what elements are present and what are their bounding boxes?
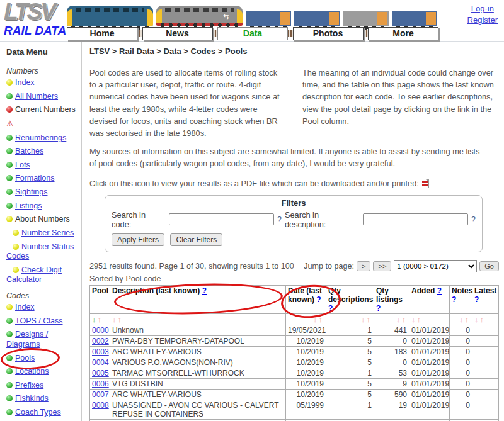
- code-help-link[interactable]: ?: [277, 215, 282, 224]
- sort-descending-icon[interactable]: ↓: [459, 315, 464, 324]
- register-link[interactable]: Register: [467, 14, 498, 26]
- search-code-input[interactable]: [169, 213, 274, 225]
- apply-filters-button[interactable]: Apply Filters: [112, 233, 164, 246]
- tab-photos[interactable]: Photos: [293, 27, 364, 40]
- sidebar-item-batches[interactable]: Batches: [6, 147, 79, 157]
- sidebar-item-label[interactable]: Renumberings: [15, 133, 66, 142]
- sidebar-item-label[interactable]: Batches: [15, 147, 43, 155]
- sort-ascending-icon[interactable]: ↑: [480, 315, 484, 324]
- sidebar-item-label[interactable]: Formations: [15, 174, 55, 182]
- sidebar-item-designs-diagrams[interactable]: Designs / Diagrams: [6, 330, 79, 349]
- pool-code-link[interactable]: 0003: [92, 347, 109, 356]
- sidebar-item-label[interactable]: Listings: [15, 201, 42, 210]
- sidebar-item-label[interactable]: Pools: [15, 354, 35, 362]
- sidebar-item-index[interactable]: Index: [6, 303, 79, 313]
- column-help-link[interactable]: ?: [328, 304, 333, 313]
- cell-latest: [472, 389, 499, 400]
- cell-notes: 0: [450, 400, 472, 419]
- sidebar-item-lots[interactable]: Lots: [6, 160, 79, 171]
- next-page-button[interactable]: >: [357, 261, 370, 271]
- sort-ascending-icon[interactable]: ↑: [417, 315, 421, 324]
- pool-code-link[interactable]: 0002: [92, 337, 109, 345]
- go-button[interactable]: Go: [479, 261, 499, 271]
- sort-descending-icon[interactable]: ↓: [396, 315, 401, 324]
- sort-descending-icon[interactable]: ↓: [92, 315, 96, 324]
- sidebar-item-label[interactable]: Locations: [15, 367, 49, 376]
- sidebar-item-label[interactable]: Sightings: [15, 188, 47, 196]
- sort-ascending-icon[interactable]: ↑: [118, 315, 122, 324]
- sidebar-item-label[interactable]: Designs / Diagrams: [6, 330, 48, 349]
- yellow-dot-icon: [6, 79, 13, 86]
- description-help-link[interactable]: ?: [471, 215, 476, 224]
- sidebar-item-label[interactable]: All Numbers: [15, 92, 58, 101]
- pool-code-link[interactable]: 0007: [92, 390, 109, 399]
- sidebar-item-coach-types[interactable]: Coach Types: [6, 408, 79, 418]
- sidebar-item-label[interactable]: Coach Types: [15, 408, 61, 417]
- sidebar-item-tops-class[interactable]: TOPS / Class: [6, 317, 79, 327]
- table-row-pool-0004: 0004VARIOUS P.O.WAGONS(NON-RIV)10/201950…: [90, 357, 499, 368]
- clear-filters-button[interactable]: Clear Filters: [170, 233, 222, 246]
- pools-table-head: PoolDescription (last known) ?Date (last…: [90, 285, 499, 325]
- sidebar-item-number-series[interactable]: Number Series: [6, 228, 79, 239]
- column-help-link[interactable]: ?: [452, 295, 456, 304]
- sort-ascending-icon[interactable]: ↑: [465, 315, 469, 324]
- sidebar-item-label[interactable]: Fishkinds: [15, 394, 49, 403]
- pool-code-link[interactable]: 0008: [92, 401, 109, 410]
- column-help-link[interactable]: ?: [202, 286, 207, 295]
- tab-more[interactable]: More: [368, 27, 438, 40]
- sidebar-item-label[interactable]: TOPS / Class: [15, 317, 62, 325]
- sidebar-item-check-digit-calculator[interactable]: Check Digit Calculator: [6, 266, 79, 285]
- sort-ascending-icon[interactable]: ↑: [367, 315, 371, 324]
- column-help-link[interactable]: ?: [376, 304, 381, 313]
- sort-ascending-icon[interactable]: ↑: [402, 315, 406, 324]
- pool-code-link[interactable]: 0000: [92, 326, 109, 335]
- sort-descending-icon[interactable]: ↓: [112, 315, 117, 324]
- tab-home[interactable]: Home: [67, 27, 137, 40]
- page-select[interactable]: 1 (0000 > 0172): [394, 260, 477, 272]
- sort-ascending-icon[interactable]: ↑: [319, 315, 323, 324]
- sidebar-item-current-numbers: Current Numbers: [6, 105, 79, 115]
- sidebar-item-prefixes[interactable]: Prefixes: [6, 381, 79, 391]
- sidebar-item-formations[interactable]: Formations: [6, 174, 79, 184]
- sidebar-item-label[interactable]: Index: [15, 303, 35, 312]
- sidebar-item-fishkinds[interactable]: Fishkinds: [6, 394, 79, 404]
- sidebar-item-all-numbers[interactable]: All Numbers: [6, 92, 79, 102]
- tab-data[interactable]: Data: [217, 27, 288, 40]
- sort-ascending-icon[interactable]: ↑: [98, 315, 102, 324]
- sidebar-item-label[interactable]: Prefixes: [15, 381, 43, 390]
- sidebar-item-locations[interactable]: Locations: [6, 367, 79, 377]
- column-help-link[interactable]: ?: [437, 286, 442, 295]
- cell-qty-descriptions: 5: [326, 346, 374, 357]
- sidebar-item-about-numbers: About Numbers: [6, 215, 79, 225]
- sidebar-item-label[interactable]: Index: [15, 78, 35, 87]
- sidebar-item-index[interactable]: Index: [6, 78, 79, 88]
- sidebar-item-pools[interactable]: Pools: [6, 354, 79, 364]
- search-description-input[interactable]: [363, 213, 468, 225]
- pool-code-link[interactable]: 0006: [92, 379, 109, 388]
- sidebar-item-label[interactable]: Lots: [15, 160, 30, 169]
- column-header-qty-listings: Qty listings ?: [374, 285, 410, 313]
- cell-qty-listings: 0: [374, 357, 410, 368]
- column-help-link[interactable]: ?: [316, 295, 321, 304]
- cell-qty-listings: 19: [374, 400, 410, 419]
- sidebar-item-sightings[interactable]: Sightings: [6, 188, 79, 198]
- pdf-icon[interactable]: [421, 179, 429, 188]
- last-page-button[interactable]: >>: [373, 261, 391, 271]
- sidebar-item-listings[interactable]: Listings: [6, 201, 79, 211]
- sidebar-item-number-status-codes[interactable]: Number Status Codes: [6, 242, 79, 262]
- column-header-notes: Notes ?: [450, 285, 472, 313]
- pool-code-link[interactable]: 0005: [92, 369, 109, 378]
- pool-code-link[interactable]: 0004: [92, 358, 109, 367]
- cell-description-last-known: TARMAC MTSORRELL-WTHURROCK: [110, 368, 286, 378]
- sort-descending-icon[interactable]: ↓: [313, 315, 318, 324]
- sort-descending-icon[interactable]: ↓: [361, 315, 365, 324]
- sort-descending-icon[interactable]: ↓: [474, 315, 479, 324]
- sidebar-item-renumberings[interactable]: Renumberings: [6, 133, 79, 143]
- sidebar-divider: [6, 60, 75, 60]
- tab-news[interactable]: News: [142, 27, 213, 40]
- sort-descending-icon[interactable]: ↓: [411, 315, 416, 324]
- pools-table-body: 0000Unknown19/05/2021144101/01/201900002…: [90, 325, 499, 421]
- login-link[interactable]: Log-in: [467, 3, 498, 14]
- sidebar-item-label[interactable]: Number Series: [21, 228, 74, 237]
- column-help-link[interactable]: ?: [474, 295, 479, 304]
